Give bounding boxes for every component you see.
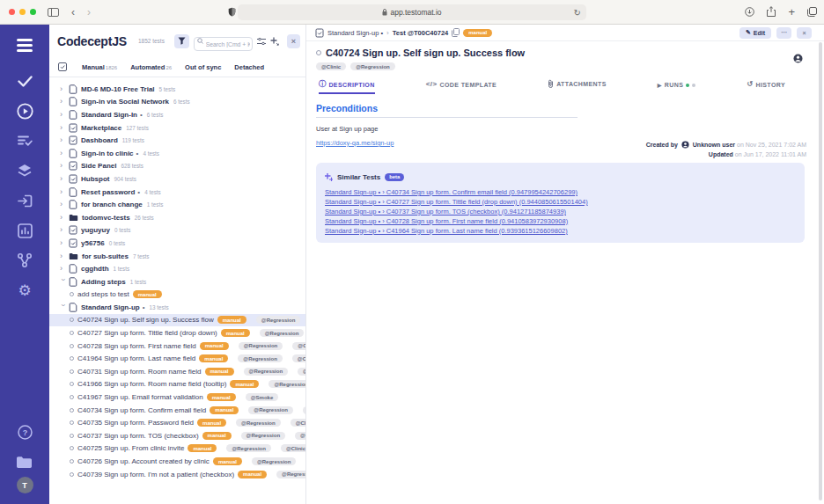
tree-row[interactable]: › C40734 Sign up form. Confirm email fie…	[49, 404, 305, 417]
test-tag[interactable]: @Regression	[252, 457, 297, 465]
copy-icon[interactable]	[452, 28, 460, 37]
chevron-icon[interactable]: ›	[60, 175, 65, 183]
chevron-icon[interactable]: ›	[60, 124, 65, 132]
user-avatar[interactable]: T	[17, 477, 33, 493]
tree-row[interactable]: › Standard Sign-In • 6 tests	[49, 108, 305, 121]
chevron-icon[interactable]: ›	[60, 252, 65, 260]
traffic-light-zoom[interactable]	[30, 9, 36, 15]
panel-close-button[interactable]: ×	[287, 34, 300, 48]
chevron-icon[interactable]: ›	[60, 239, 65, 247]
tree-row[interactable]: › C40727 Sign up form. Tittle field (dro…	[49, 326, 305, 340]
tree-row[interactable]: › C40724 Sign up. Self sign up. Success …	[49, 314, 305, 327]
tab-description[interactable]: ⓘDESCRIPTION	[319, 81, 375, 94]
test-tag[interactable]: @Regression	[276, 471, 305, 478]
chevron-icon[interactable]: ›	[60, 226, 65, 234]
tab-attachments[interactable]: ATTACHMENTS	[548, 79, 607, 94]
filter-button[interactable]	[174, 34, 189, 48]
refresh-button[interactable]: ↻	[574, 8, 581, 18]
settings-gear-icon[interactable]: ⚙	[0, 275, 49, 305]
projects-folder-icon[interactable]	[0, 447, 49, 477]
tree-row[interactable]: › yuguyuy 0 tests	[49, 224, 305, 237]
chevron-icon[interactable]: ›	[59, 278, 67, 283]
tab-manual[interactable]: Manual1826	[82, 63, 117, 71]
similar-test-link[interactable]: Standard Sign-up • › C40727 Sign up form…	[325, 198, 796, 208]
tree-row[interactable]: › C40728 Sign up form. First name field …	[49, 340, 305, 353]
test-tag[interactable]: @Regression	[226, 444, 271, 452]
shield-icon[interactable]	[228, 7, 236, 17]
test-tag[interactable]: @Clinic	[292, 342, 305, 350]
tree-row[interactable]: › y56756 0 tests	[49, 237, 305, 250]
close-detail-button[interactable]: ×	[797, 27, 812, 39]
tab-code-template[interactable]: </>CODE TEMPLATE	[426, 81, 497, 94]
traffic-light-minimize[interactable]	[19, 9, 26, 15]
chevron-icon[interactable]: ›	[60, 188, 65, 196]
traffic-light-close[interactable]	[9, 9, 15, 15]
test-tag[interactable]: @Regression	[241, 432, 286, 440]
help-icon[interactable]: ?	[0, 417, 49, 447]
test-tag[interactable]: @Regression	[236, 419, 281, 427]
scrollbar[interactable]	[819, 42, 822, 500]
download-icon[interactable]	[745, 4, 754, 20]
chevron-icon[interactable]: ›	[60, 150, 65, 157]
chevron-icon[interactable]: ›	[60, 85, 65, 93]
analytics-icon[interactable]	[0, 215, 49, 245]
tab-runs[interactable]: ▶RUNS	[658, 82, 695, 94]
tree-row[interactable]: › C40725 Sign up. From clinic invite man…	[49, 442, 305, 456]
tree-row[interactable]: › Reset password • 4 tests	[49, 186, 305, 199]
expand-all-icon[interactable]	[270, 37, 279, 46]
similar-test-link[interactable]: Standard Sign-up • › C40734 Sign up form…	[325, 188, 796, 198]
branches-icon[interactable]	[0, 245, 49, 275]
test-tag[interactable]: @Smoke	[246, 393, 279, 401]
chevron-icon[interactable]: ›	[60, 98, 65, 106]
new-tab-button[interactable]: +	[788, 5, 795, 18]
tree-row[interactable]: › MD-6 MD-10 Free Trial 5 tests	[49, 83, 305, 96]
tree-row[interactable]: › Marketplace 127 tests	[49, 121, 305, 135]
share-icon[interactable]	[767, 4, 776, 20]
tree-row[interactable]: › C40731 Sign up form. Room name field m…	[49, 365, 305, 378]
back-button[interactable]: ‹	[71, 7, 75, 18]
chevron-icon[interactable]: ›	[60, 162, 65, 170]
test-tag[interactable]: @Clinic	[292, 354, 305, 362]
tree-row[interactable]: › C41966 Sign up form. Room name field (…	[49, 378, 305, 391]
layers-suites-icon[interactable]	[0, 156, 49, 186]
more-actions-button[interactable]: ⋯	[776, 27, 791, 39]
similar-test-link[interactable]: Standard Sign-up • › C40737 Sign up form…	[325, 208, 796, 217]
sidebar-toggle-icon[interactable]	[48, 8, 59, 17]
tree-row[interactable]: › C40739 Sign up form. I'm not a patient…	[49, 468, 305, 481]
tree-row[interactable]: › Dashboard 119 tests	[49, 134, 305, 147]
breadcrumb-test-id[interactable]: Test @T00C40724	[393, 29, 448, 37]
test-tag[interactable]: @Clinic	[316, 62, 346, 70]
edit-button[interactable]: ✎Edit	[739, 27, 771, 39]
tab-automated[interactable]: Automated26	[130, 63, 172, 71]
test-tag[interactable]: @Regression	[350, 62, 395, 70]
tree-row[interactable]: › C41967 Sign up. Email format validatio…	[49, 391, 305, 404]
tab-history[interactable]: ↺HISTORY	[747, 81, 785, 94]
test-tag[interactable]: @Regression	[239, 342, 283, 350]
chevron-icon[interactable]: ›	[60, 201, 65, 208]
chevron-icon[interactable]: ›	[60, 265, 65, 273]
forward-button[interactable]: ›	[87, 7, 91, 18]
similar-test-link[interactable]: Standard Sign-up • › C41964 Sign up form…	[325, 227, 796, 237]
test-tag[interactable]: @Regression	[260, 329, 305, 337]
tree-row[interactable]: › for branch change 1 tests	[49, 198, 305, 211]
tests-check-icon[interactable]	[0, 66, 49, 96]
test-runs-list-icon[interactable]	[0, 126, 49, 156]
test-tag[interactable]: @Clinic	[295, 432, 305, 440]
tabs-overview-icon[interactable]	[807, 4, 817, 20]
tree-row[interactable]: › add steps to test manual	[49, 289, 305, 302]
tree-row[interactable]: › Adding steps 1 tests	[49, 275, 305, 289]
test-tag[interactable]: @Regression	[238, 354, 283, 362]
tree-row[interactable]: › cgghdth 1 tests	[49, 262, 305, 275]
tree-row[interactable]: › C41964 Sign up form. Last name field m…	[49, 352, 305, 365]
tree-row[interactable]: › for sub-suites 7 tests	[49, 250, 305, 263]
test-tag[interactable]: @Clinic	[298, 368, 305, 376]
test-tag[interactable]: @Regression	[269, 380, 305, 388]
test-tag[interactable]: @Regression	[248, 406, 293, 414]
assignee-user-icon[interactable]	[793, 51, 803, 67]
similar-test-link[interactable]: Standard Sign-up • › C40728 Sign up form…	[325, 217, 796, 227]
chevron-icon[interactable]: ›	[60, 111, 65, 119]
tree-row[interactable]: › Sign-in to clinic • 4 tests	[49, 147, 305, 160]
tree-row[interactable]: › todomvc-tests 26 tests	[49, 211, 305, 224]
test-tag[interactable]: @Clinic	[303, 406, 305, 414]
chevron-icon[interactable]: ›	[59, 303, 67, 309]
